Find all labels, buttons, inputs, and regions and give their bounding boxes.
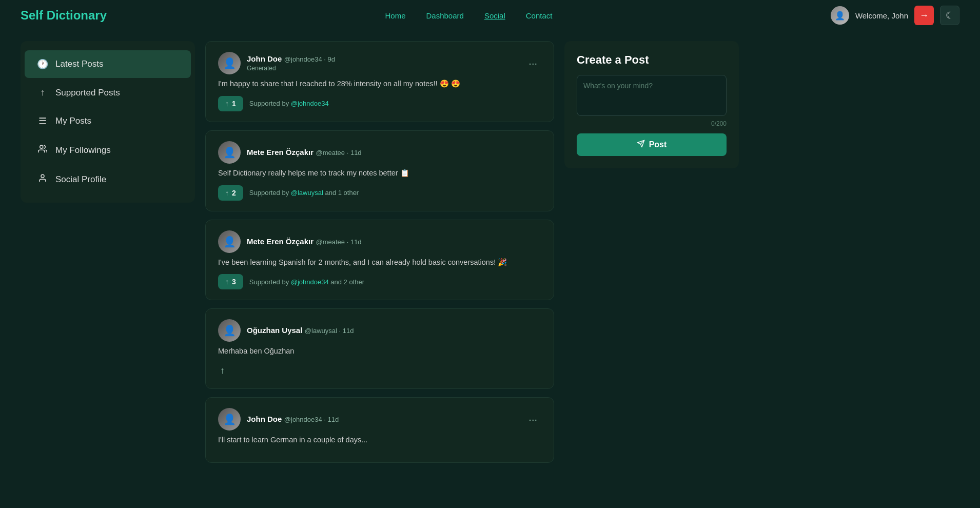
post-author: Oğuzhan Uysal (247, 326, 302, 335)
feed: 👤 John Doe @johndoe34 · 9d Generated ···… (205, 41, 554, 463)
logo: Self Dictionary (21, 8, 107, 23)
post-meta: Mete Eren Özçakır @meatee · 11d (247, 237, 541, 246)
arrow-up-icon: ↑ (225, 278, 229, 286)
post-card: 👤 Mete Eren Özçakır @meatee · 11d Self D… (205, 130, 554, 211)
sidebar-label-social-profile: Social Profile (55, 174, 106, 185)
post-content: I'm happy to share that I reached to 28%… (218, 79, 541, 90)
header: Self Dictionary Home Dashboard Social Co… (0, 0, 980, 31)
sidebar-label-my-followings: My Followings (55, 145, 111, 155)
upvote-button[interactable]: ↑ (218, 363, 227, 378)
logout-button[interactable]: → (914, 6, 934, 25)
post-avatar: 👤 (218, 52, 241, 74)
post-author: John Doe (247, 415, 282, 423)
sidebar-item-social-profile[interactable]: Social Profile (25, 165, 191, 193)
users-icon (37, 144, 48, 156)
nav-home[interactable]: Home (385, 11, 405, 20)
post-meta: Mete Eren Özçakır @meatee · 11d (247, 148, 541, 157)
post-avatar: 👤 (218, 408, 241, 431)
post-header: 👤 John Doe @johndoe34 · 11d ··· (218, 408, 541, 431)
avatar: 👤 (831, 6, 849, 25)
create-post-title: Create a Post (577, 53, 727, 67)
support-button[interactable]: ↑ 1 (218, 96, 243, 111)
post-header: 👤 John Doe @johndoe34 · 9d Generated ··· (218, 52, 541, 74)
post-author: John Doe (247, 54, 282, 63)
support-text: Supported by @lawuysal and 1 other (249, 189, 359, 197)
send-icon (637, 140, 645, 150)
post-handle: @meatee · 11d (316, 149, 362, 157)
post-handle: @lawuysal · 11d (305, 327, 354, 335)
post-more-button[interactable]: ··· (524, 412, 541, 427)
support-number: 1 (232, 100, 236, 108)
support-number: 3 (232, 278, 236, 286)
post-author: Mete Eren Özçakır (247, 148, 313, 157)
logo-dictionary: Dictionary (47, 8, 107, 22)
post-footer: ↑ (218, 363, 541, 378)
create-post-panel: Create a Post 0/200 Post (564, 41, 739, 168)
post-footer: ↑ 2 Supported by @lawuysal and 1 other (218, 185, 541, 201)
support-text: Supported by @johndoe34 and 2 other (249, 278, 364, 286)
sidebar-item-my-followings[interactable]: My Followings (25, 136, 191, 164)
support-number: 2 (232, 189, 236, 197)
sidebar-label-my-posts: My Posts (55, 116, 91, 126)
post-button[interactable]: Post (577, 133, 727, 156)
post-header: 👤 Mete Eren Özçakır @meatee · 11d (218, 141, 541, 164)
char-count: 0/200 (577, 120, 727, 127)
post-input[interactable] (577, 75, 727, 116)
svg-point-1 (41, 174, 44, 178)
support-text: Supported by @johndoe34 (249, 100, 329, 107)
post-header: 👤 Mete Eren Özçakır @meatee · 11d (218, 230, 541, 253)
nav-contact[interactable]: Contact (526, 11, 553, 20)
arrow-up-icon: ↑ (225, 100, 229, 108)
post-handle: @meatee · 11d (316, 238, 362, 246)
sidebar-item-latest-posts[interactable]: 🕐 Latest Posts (25, 50, 191, 78)
post-avatar: 👤 (218, 230, 241, 253)
post-handle: @johndoe34 · 11d (284, 416, 339, 423)
sidebar-item-supported-posts[interactable]: ↑ Supported Posts (25, 79, 191, 106)
post-more-button[interactable]: ··· (524, 55, 541, 71)
post-card: 👤 Mete Eren Özçakır @meatee · 11d I've b… (205, 220, 554, 301)
post-handle: @johndoe34 · 9d (284, 55, 335, 63)
sidebar-item-my-posts[interactable]: ☰ My Posts (25, 107, 191, 135)
post-tag: Generated (247, 65, 518, 72)
post-content: Self Dictionary really helps me to track… (218, 168, 541, 179)
post-content: Merhaba ben Oğuzhan (218, 346, 541, 357)
post-meta: John Doe @johndoe34 · 11d (247, 415, 518, 424)
post-footer: ↑ 3 Supported by @johndoe34 and 2 other (218, 274, 541, 289)
main-layout: 🕐 Latest Posts ↑ Supported Posts ☰ My Po… (0, 31, 980, 473)
theme-toggle-button[interactable]: ☾ (940, 6, 959, 25)
person-icon (37, 173, 48, 185)
post-avatar: 👤 (218, 141, 241, 164)
support-button[interactable]: ↑ 2 (218, 185, 243, 201)
post-author: Mete Eren Özçakır (247, 237, 313, 246)
arrow-up-icon: ↑ (37, 87, 48, 98)
main-nav: Home Dashboard Social Contact (385, 11, 552, 20)
post-card: 👤 John Doe @johndoe34 · 11d ··· I'll sta… (205, 397, 554, 463)
document-icon: ☰ (37, 115, 48, 127)
post-avatar: 👤 (218, 319, 241, 342)
arrow-up-icon: ↑ (225, 189, 229, 197)
post-header: 👤 Oğuzhan Uysal @lawuysal · 11d (218, 319, 541, 342)
post-meta: Oğuzhan Uysal @lawuysal · 11d (247, 326, 541, 335)
nav-social[interactable]: Social (484, 11, 505, 20)
sidebar: 🕐 Latest Posts ↑ Supported Posts ☰ My Po… (21, 41, 195, 203)
header-right: 👤 Welcome, John → ☾ (831, 6, 959, 25)
sidebar-label-supported-posts: Supported Posts (55, 88, 120, 98)
nav-dashboard[interactable]: Dashboard (426, 11, 464, 20)
post-card: 👤 Oğuzhan Uysal @lawuysal · 11d Merhaba … (205, 308, 554, 389)
post-meta: John Doe @johndoe34 · 9d Generated (247, 54, 518, 72)
clock-icon: 🕐 (37, 58, 48, 70)
logo-self: Self (21, 8, 43, 22)
post-footer: ↑ 1 Supported by @johndoe34 (218, 96, 541, 111)
post-content: I've been learning Spanish for 2 months,… (218, 257, 541, 268)
post-card: 👤 John Doe @johndoe34 · 9d Generated ···… (205, 41, 554, 122)
support-button[interactable]: ↑ 3 (218, 274, 243, 289)
sidebar-label-latest-posts: Latest Posts (55, 59, 104, 69)
post-button-label: Post (649, 140, 667, 149)
welcome-text: Welcome, John (855, 11, 908, 20)
svg-point-0 (40, 145, 43, 148)
post-content: I'll start to learn German in a couple o… (218, 435, 541, 446)
